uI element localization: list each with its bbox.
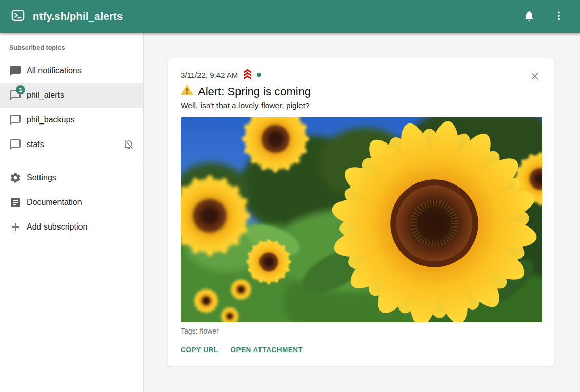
sidebar-item-label: phil_alerts (27, 91, 64, 100)
notification-timestamp: 3/11/22, 9:42 AM (181, 71, 238, 79)
content-area: Subscribed topics All notifications 1 ph… (0, 33, 580, 392)
sidebar-item-settings[interactable]: Settings (0, 166, 143, 190)
close-notification-button[interactable] (528, 70, 542, 84)
unread-indicator-dot (257, 73, 261, 77)
unread-count-badge: 1 (16, 85, 25, 94)
gear-icon (9, 172, 22, 184)
terminal-icon (11, 9, 25, 24)
close-icon (529, 71, 541, 84)
app-window: ntfy.sh/phil_alerts Subscribed topics (0, 0, 580, 392)
chat-bubble-outline-icon: 1 (9, 89, 22, 101)
sidebar-item-label: stats (27, 140, 44, 149)
notifications-bell-button[interactable] (518, 6, 540, 27)
app-title: ntfy.sh/phil_alerts (33, 11, 123, 23)
priority-high-chevrons-icon (242, 68, 253, 81)
chat-bubble-filled-icon (9, 65, 22, 77)
main-area: 3/11/22, 9:42 AM (144, 33, 580, 392)
sidebar-item-label: All notifications (27, 66, 82, 75)
sidebar-item-label: phil_backups (27, 115, 74, 125)
sidebar-item-label: Settings (27, 173, 56, 182)
notification-body: Well, isn't that a lovely flower, piglet… (181, 101, 542, 110)
sidebar-item-all-notifications[interactable]: All notifications (0, 58, 143, 83)
sidebar-item-label: Documentation (27, 198, 82, 207)
overflow-menu-button[interactable] (548, 6, 570, 27)
warning-triangle-icon (181, 84, 193, 99)
kebab-vertical-icon (553, 10, 565, 24)
attachment-image-sunflowers[interactable] (181, 117, 542, 322)
bell-icon (523, 10, 535, 24)
plus-icon (9, 221, 22, 233)
sidebar-divider (0, 161, 143, 161)
notification-actions: COPY URL OPEN ATTACHMENT (176, 342, 542, 358)
copy-url-button[interactable]: COPY URL (176, 342, 223, 358)
sidebar-item-phil-backups[interactable]: phil_backups (0, 108, 143, 132)
article-icon (9, 196, 22, 209)
notification-title-row: Alert: Spring is coming (181, 84, 542, 99)
chat-bubble-outline-icon (9, 114, 22, 126)
chat-bubble-outline-icon (9, 138, 22, 151)
notification-meta-row: 3/11/22, 9:42 AM (181, 69, 542, 80)
sidebar-item-documentation[interactable]: Documentation (0, 190, 143, 215)
sidebar: Subscribed topics All notifications 1 ph… (0, 33, 144, 392)
sidebar-item-phil-alerts[interactable]: 1 phil_alerts (0, 83, 143, 108)
open-attachment-button[interactable]: OPEN ATTACHMENT (227, 342, 307, 358)
bell-off-icon (123, 138, 135, 151)
notification-title: Alert: Spring is coming (198, 85, 311, 98)
sidebar-item-stats[interactable]: stats (0, 132, 143, 157)
sidebar-item-add-subscription[interactable]: Add subscription (0, 215, 143, 239)
app-bar: ntfy.sh/phil_alerts (0, 0, 580, 33)
subscribed-topics-label: Subscribed topics (0, 44, 143, 51)
sidebar-item-label: Add subscription (27, 222, 87, 232)
notification-tags: Tags: flower (181, 327, 542, 335)
notification-card: 3/11/22, 9:42 AM (168, 58, 554, 366)
